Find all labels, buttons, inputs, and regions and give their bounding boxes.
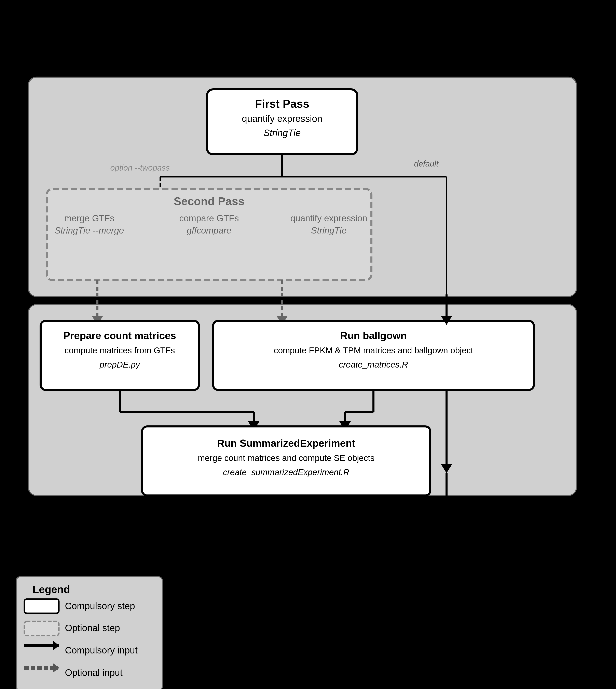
prepare-count-subtitle: compute matrices from GTFs — [65, 346, 175, 355]
first-pass-subtitle: quantify expression — [242, 113, 322, 124]
run-ballgown-title: Run ballgown — [340, 330, 407, 341]
legend-optional-step: Optional step — [65, 623, 120, 633]
second-pass-title: Second Pass — [174, 195, 245, 208]
svg-rect-37 — [24, 621, 59, 636]
summarized-subtitle: merge count matrices and compute SE obje… — [198, 453, 375, 463]
first-pass-title: First Pass — [255, 97, 309, 110]
second-pass-col2-label: compare GTFs — [179, 213, 239, 223]
run-ballgown-subtitle: compute FPKM & TPM matrices and ballgown… — [274, 346, 473, 355]
process-outputs-label: Process outputs — [597, 339, 615, 466]
second-pass-col3-tool: StringTie — [311, 225, 347, 235]
prepare-count-tool: prepDE.py — [99, 360, 140, 369]
default-label: default — [414, 159, 439, 168]
summarized-title: Run SummarizedExperiment — [217, 437, 355, 449]
run-ballgown-tool: create_matrices.R — [339, 360, 408, 369]
prepare-count-title: Prepare count matrices — [63, 330, 176, 341]
svg-rect-36 — [24, 599, 59, 613]
second-pass-col1-tool: StringTie --merge — [54, 225, 124, 235]
legend-compulsory-input: Compulsory input — [65, 645, 138, 655]
summarized-tool: create_summarizedExperiment.R — [223, 468, 349, 477]
quantification-label: Quantification — [597, 132, 615, 241]
option-label: option --twopass — [110, 163, 170, 172]
legend-title: Legend — [32, 583, 70, 595]
legend-compulsory-step: Compulsory step — [65, 601, 135, 611]
legend-optional-input: Optional input — [65, 667, 123, 678]
second-pass-col1-label: merge GTFs — [64, 213, 114, 223]
second-pass-col2-tool: gffcompare — [187, 225, 232, 235]
svg-marker-30 — [218, 531, 229, 540]
first-pass-tool: StringTie — [263, 128, 301, 138]
second-pass-col3-label: quantify expression — [290, 213, 367, 223]
svg-marker-32 — [344, 531, 355, 540]
